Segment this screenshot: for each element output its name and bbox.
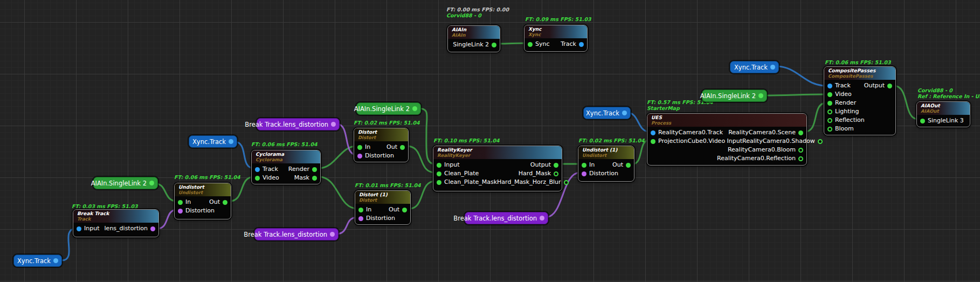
input-dot[interactable] <box>827 127 832 132</box>
port-in[interactable]: In <box>357 144 370 150</box>
port-dot[interactable] <box>622 111 627 115</box>
port-realitycamera0-scene[interactable]: RealityCamera0.Scene <box>728 129 803 136</box>
port-track[interactable]: Track <box>255 166 278 173</box>
input-dot[interactable] <box>178 200 183 205</box>
portal-xync-track[interactable]: Xync.Track <box>583 107 631 119</box>
port-output[interactable]: Output <box>530 162 558 168</box>
portal-xync-track[interactable]: Xync.Track <box>13 255 62 267</box>
input-dot[interactable] <box>582 171 586 176</box>
port-hard-mask[interactable]: Hard_Mask <box>519 170 558 177</box>
input-dot[interactable] <box>358 216 363 221</box>
node-aiaout[interactable]: AIAOut AIAOut SingleLink 3 <box>916 101 970 127</box>
output-dot[interactable] <box>402 208 407 212</box>
port-dot[interactable] <box>229 139 233 144</box>
portal-break-track-lens-distortion[interactable]: Break Track.lens_distortion <box>257 118 340 130</box>
port-distortion[interactable]: Distortion <box>358 215 395 222</box>
port-out[interactable]: Out <box>209 199 227 205</box>
port-clean-plate-mask[interactable]: Clean_Plate_Mask <box>437 179 497 185</box>
input-dot[interactable] <box>651 130 655 135</box>
wire-cyclorama-mask-to-distort1-in[interactable] <box>319 177 357 209</box>
port-clean-plate[interactable]: Clean_Plate <box>437 170 479 177</box>
wire-undistort-out-to-cyclorama-video[interactable] <box>230 177 254 201</box>
node-distort[interactable]: Distort Distort In Out Distortion <box>354 128 409 162</box>
port-mask[interactable]: Mask <box>294 175 317 181</box>
port-input[interactable]: Input <box>437 162 459 168</box>
input-dot[interactable] <box>77 226 81 231</box>
wire-xync-track-to-composite-track[interactable] <box>776 66 826 86</box>
port-singlelink-2[interactable]: SingleLink 2 <box>453 42 496 48</box>
portal-xync-track[interactable]: Xync.Track <box>730 61 779 73</box>
input-dot[interactable] <box>255 176 260 181</box>
port-lighting[interactable]: Lighting <box>827 108 859 115</box>
output-dot[interactable] <box>554 171 558 176</box>
port-distortion[interactable]: Distortion <box>178 208 215 214</box>
output-dot[interactable] <box>400 145 405 150</box>
node-ues[interactable]: UES Process RealityCamera0.Track Reality… <box>647 113 807 166</box>
output-dot[interactable] <box>818 139 823 144</box>
node-break-track[interactable]: Break Track Track Input lens_distortion <box>73 209 159 237</box>
portal-break-track-lens-distortion[interactable]: Break Track.lens_distortion <box>465 212 548 224</box>
portal-break-track-lens-distortion[interactable]: Break Track.lens_distortion <box>254 228 339 240</box>
wire-xync-track-to-ues-track[interactable] <box>627 113 649 132</box>
port-video[interactable]: Video <box>827 91 852 98</box>
output-dot[interactable] <box>798 156 803 161</box>
input-dot[interactable] <box>920 119 925 123</box>
input-dot[interactable] <box>255 167 260 172</box>
input-dot[interactable] <box>357 145 362 150</box>
portal-aiain-singlelink-2[interactable]: AIAIn.SingleLink 2 <box>702 90 767 102</box>
output-dot[interactable] <box>626 163 631 168</box>
port-out[interactable]: Out <box>387 144 405 150</box>
output-dot[interactable] <box>150 226 155 231</box>
node-cyclorama[interactable]: Cyclorama Cyclorama Track Render Video M… <box>251 150 321 184</box>
port-dot[interactable] <box>412 106 417 111</box>
port-reflection[interactable]: Reflection <box>827 117 865 123</box>
output-dot[interactable] <box>579 42 584 47</box>
output-dot[interactable] <box>492 43 496 47</box>
port-dot[interactable] <box>540 216 544 221</box>
input-dot[interactable] <box>651 139 655 144</box>
output-dot[interactable] <box>223 200 227 205</box>
port-output[interactable]: Output <box>864 82 892 89</box>
node-xync[interactable]: Xync Xync Sync Track <box>524 25 588 52</box>
wire-distort-out-to-clean-plate[interactable] <box>407 146 435 173</box>
port-dot[interactable] <box>149 181 154 185</box>
input-dot[interactable] <box>437 180 441 185</box>
output-dot[interactable] <box>564 180 569 185</box>
input-dot[interactable] <box>827 109 832 114</box>
output-dot[interactable] <box>554 163 558 168</box>
portal-aiain-singlelink-2[interactable]: AIAIn.SingleLink 2 <box>356 102 421 115</box>
port-dot[interactable] <box>330 232 335 237</box>
input-dot[interactable] <box>827 92 832 97</box>
input-dot[interactable] <box>437 171 441 176</box>
input-dot[interactable] <box>528 42 533 47</box>
input-dot[interactable] <box>357 154 362 159</box>
port-in[interactable]: In <box>582 162 595 168</box>
output-dot[interactable] <box>312 176 317 181</box>
port-hard-mask-horz-blur[interactable]: Hard_Mask_Horz_Blur <box>497 179 569 185</box>
node-realitykeyer[interactable]: RealityKeyer RealityKeyer Input Output C… <box>433 146 562 191</box>
node-aiain[interactable]: AIAIn AIAIn SingleLink 2 <box>447 25 500 52</box>
port-dot[interactable] <box>758 93 763 98</box>
port-track[interactable]: Track <box>561 41 584 47</box>
input-dot[interactable] <box>827 118 832 123</box>
node-compositepasses[interactable]: CompositePasses CompositePasses Track Ou… <box>824 66 896 135</box>
input-dot[interactable] <box>358 208 363 212</box>
input-dot[interactable] <box>178 209 183 214</box>
port-dot[interactable] <box>770 65 775 70</box>
port-realitycamera0-shadow[interactable]: RealityCamera0.Shadow <box>742 138 823 145</box>
output-dot[interactable] <box>887 84 892 88</box>
output-dot[interactable] <box>798 148 803 153</box>
port-video[interactable]: Video <box>255 175 279 181</box>
port-realitycamera0-reflection[interactable]: RealityCamera0.Reflection <box>717 155 803 162</box>
wire-composite-output-to-aiaout[interactable] <box>894 86 918 119</box>
node-graph-canvas[interactable]: FT: 0.00 ms FPS: 0.00Corvid88 - 0 FT: 0.… <box>0 0 980 282</box>
portal-aiain-singlelink-2[interactable]: AIAIn.SingleLink 2 <box>93 177 158 189</box>
port-dot[interactable] <box>331 122 336 127</box>
portal-xync-track[interactable]: Xync.Track <box>189 135 237 148</box>
port-out[interactable]: Out <box>389 207 407 213</box>
port-in[interactable]: In <box>178 199 191 205</box>
output-dot[interactable] <box>312 167 317 172</box>
port-sync[interactable]: Sync <box>528 41 550 47</box>
port-bloom[interactable]: Bloom <box>827 126 854 132</box>
port-lens-distortion[interactable]: lens_distortion <box>105 225 155 232</box>
